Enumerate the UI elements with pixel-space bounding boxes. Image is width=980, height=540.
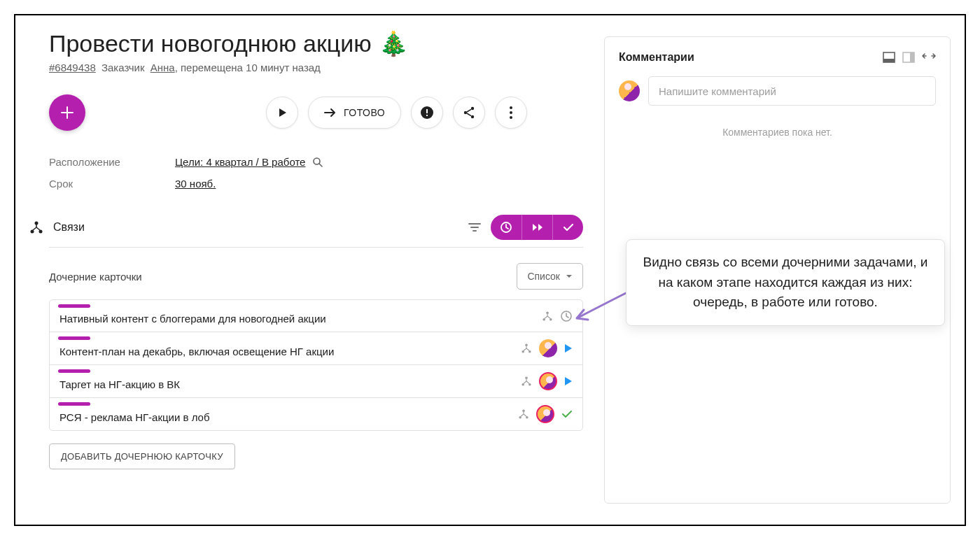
chevron-down-icon bbox=[566, 274, 573, 278]
hierarchy-icon bbox=[518, 408, 529, 420]
svg-point-10 bbox=[35, 222, 38, 225]
child-cards-title: Дочерние карточки bbox=[49, 271, 142, 283]
share-button[interactable] bbox=[453, 97, 485, 129]
share-icon bbox=[463, 106, 475, 119]
svg-point-3 bbox=[471, 107, 474, 110]
play-icon bbox=[277, 108, 287, 118]
svg-point-18 bbox=[525, 343, 528, 346]
card-color-tag bbox=[58, 304, 90, 308]
fast-forward-icon bbox=[531, 222, 544, 232]
location-value[interactable]: Цели: 4 квартал / В работе bbox=[175, 156, 323, 168]
hierarchy-icon bbox=[521, 343, 532, 354]
svg-point-8 bbox=[510, 116, 512, 119]
links-section-title: Связи bbox=[53, 221, 458, 234]
check-icon bbox=[563, 223, 574, 232]
svg-rect-30 bbox=[910, 52, 914, 62]
card-color-tag bbox=[58, 369, 90, 373]
card-color-tag bbox=[58, 336, 90, 340]
child-card-item[interactable]: Таргет на НГ-акцию в ВК bbox=[50, 364, 582, 397]
arrow-right-icon bbox=[324, 108, 337, 118]
alert-button[interactable] bbox=[411, 97, 443, 129]
divider bbox=[49, 247, 583, 248]
child-card-list: Нативный контент с блоггерами для нового… bbox=[49, 299, 583, 431]
task-title-text: Провести новогоднюю акцию bbox=[49, 30, 372, 57]
deadline-value[interactable]: 30 нояб. bbox=[175, 178, 216, 190]
done-button[interactable]: ГОТОВО bbox=[308, 97, 401, 129]
avatar bbox=[619, 80, 640, 101]
card-title: Контент-план на декабрь, включая освещен… bbox=[59, 340, 514, 357]
filter-done[interactable] bbox=[552, 215, 583, 240]
play-icon bbox=[564, 343, 573, 353]
avatar bbox=[539, 372, 557, 390]
clock-icon bbox=[500, 221, 512, 234]
comments-title: Комментарии bbox=[619, 51, 694, 64]
filter-progress[interactable] bbox=[522, 215, 552, 240]
search-icon[interactable] bbox=[312, 157, 323, 168]
layout-side-icon[interactable] bbox=[902, 52, 915, 63]
svg-point-24 bbox=[522, 409, 525, 412]
card-title: Таргет на НГ-акцию в ВК bbox=[59, 373, 514, 390]
hierarchy-icon bbox=[521, 376, 532, 387]
no-comments-text: Комментариев пока нет. bbox=[619, 127, 936, 138]
owner-link[interactable]: Анна bbox=[150, 62, 175, 73]
child-card-item[interactable]: РСЯ - реклама НГ-акции в лоб bbox=[50, 397, 582, 430]
hierarchy-icon bbox=[542, 311, 553, 322]
add-button[interactable] bbox=[49, 94, 85, 131]
tree-emoji: 🎄 bbox=[379, 29, 408, 57]
svg-rect-1 bbox=[426, 109, 428, 113]
svg-point-6 bbox=[510, 106, 512, 109]
filter-queue[interactable] bbox=[491, 215, 522, 240]
task-title: Провести новогоднюю акцию 🎄 bbox=[49, 29, 583, 57]
svg-rect-28 bbox=[883, 59, 895, 62]
card-color-tag bbox=[58, 402, 90, 406]
play-button[interactable] bbox=[266, 97, 298, 129]
location-label: Расположение bbox=[49, 156, 175, 168]
plus-icon bbox=[60, 106, 74, 120]
layout-bottom-icon[interactable] bbox=[883, 52, 895, 63]
task-id-link[interactable]: #6849438 bbox=[49, 62, 96, 73]
svg-point-14 bbox=[546, 311, 549, 314]
deadline-label: Срок bbox=[49, 178, 175, 190]
avatar bbox=[536, 405, 554, 423]
svg-point-5 bbox=[471, 115, 474, 118]
card-title: Нативный контент с блоггерами для нового… bbox=[59, 307, 535, 325]
svg-rect-2 bbox=[426, 115, 428, 116]
play-icon bbox=[564, 376, 573, 386]
child-card-item[interactable]: Нативный контент с блоггерами для нового… bbox=[50, 300, 582, 332]
more-button[interactable] bbox=[495, 97, 527, 129]
svg-point-7 bbox=[510, 111, 512, 114]
status-filter-group bbox=[491, 215, 583, 240]
more-vertical-icon bbox=[510, 106, 512, 119]
comment-input[interactable]: Напишите комментарий bbox=[648, 76, 936, 106]
card-title: РСЯ - реклама НГ-акции в лоб bbox=[59, 406, 511, 423]
add-child-card-button[interactable]: ДОБАВИТЬ ДОЧЕРНЮЮ КАРТОЧКУ bbox=[49, 443, 235, 469]
child-card-item[interactable]: Контент-план на декабрь, включая освещен… bbox=[50, 332, 582, 364]
annotation-callout: Видно связь со всеми дочерними задачами,… bbox=[626, 239, 945, 326]
alert-icon bbox=[420, 106, 434, 120]
expand-icon[interactable] bbox=[922, 52, 936, 60]
svg-point-21 bbox=[525, 376, 528, 379]
filter-icon[interactable] bbox=[468, 222, 481, 232]
avatar bbox=[539, 339, 557, 357]
svg-point-4 bbox=[464, 111, 467, 114]
check-icon bbox=[561, 410, 573, 418]
task-subtitle: #6849438 Заказчик Анна, перемещена 10 ми… bbox=[49, 62, 583, 73]
hierarchy-icon bbox=[29, 220, 43, 234]
